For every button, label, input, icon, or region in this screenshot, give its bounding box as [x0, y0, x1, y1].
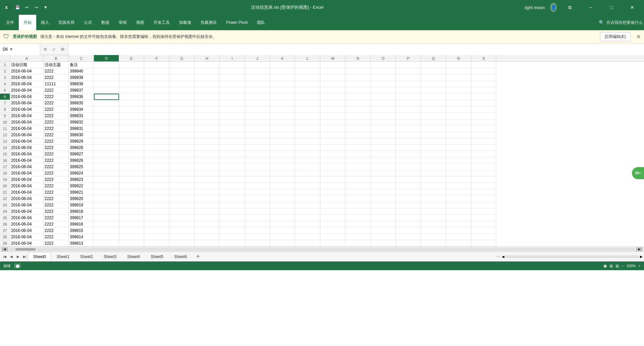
cell-empty[interactable]	[144, 81, 169, 87]
cell-empty[interactable]	[144, 87, 169, 94]
cell-empty[interactable]	[421, 196, 446, 202]
cell-empty[interactable]	[270, 132, 295, 138]
cell-empty[interactable]	[345, 221, 371, 228]
cell-empty[interactable]	[396, 126, 421, 132]
cell-empty[interactable]	[471, 100, 496, 106]
cell-empty[interactable]	[396, 62, 421, 68]
cell-empty[interactable]	[396, 170, 421, 177]
cell-empty[interactable]	[195, 177, 220, 183]
cell-empty[interactable]	[345, 62, 371, 68]
cell-b22[interactable]: 2222	[44, 196, 69, 202]
cell-b24[interactable]: 2222	[44, 208, 69, 215]
cell-d25[interactable]	[94, 215, 119, 221]
cell-empty[interactable]	[195, 240, 220, 247]
row-number-cell[interactable]: 14	[0, 145, 10, 151]
cell-empty[interactable]	[320, 62, 345, 68]
cell-empty[interactable]	[195, 87, 220, 94]
cell-empty[interactable]	[220, 234, 245, 240]
row-number-cell[interactable]: 5	[0, 87, 10, 94]
row-number-cell[interactable]: 26	[0, 221, 10, 228]
cell-c19[interactable]: 399823	[69, 177, 94, 183]
cell-empty[interactable]	[169, 221, 195, 228]
cell-d7[interactable]	[94, 100, 119, 106]
col-header-g[interactable]: G	[169, 55, 195, 61]
cell-empty[interactable]	[270, 68, 295, 75]
scroll-right-btn[interactable]: ▶	[636, 247, 643, 251]
cell-empty[interactable]	[446, 170, 471, 177]
cell-empty[interactable]	[119, 202, 144, 208]
cell-empty[interactable]	[245, 215, 270, 221]
cell-empty[interactable]	[295, 138, 320, 145]
cell-empty[interactable]	[396, 240, 421, 247]
cell-empty[interactable]	[446, 100, 471, 106]
cell-empty[interactable]	[345, 151, 371, 157]
cell-empty[interactable]	[446, 177, 471, 183]
cell-empty[interactable]	[345, 164, 371, 170]
save-quick-btn[interactable]: 💾	[13, 3, 21, 11]
cell-empty[interactable]	[396, 145, 421, 151]
cell-empty[interactable]	[195, 62, 220, 68]
cell-empty[interactable]	[195, 221, 220, 228]
cell-a27[interactable]: 2016-06-04	[10, 228, 44, 234]
cell-empty[interactable]	[169, 126, 195, 132]
cell-empty[interactable]	[169, 113, 195, 119]
account-icon[interactable]: 👤	[550, 4, 557, 11]
cell-empty[interactable]	[345, 170, 371, 177]
cell-b5[interactable]: 2222	[44, 87, 69, 94]
cell-empty[interactable]	[195, 196, 220, 202]
cell-empty[interactable]	[345, 119, 371, 126]
cell-b2[interactable]: 2222	[44, 68, 69, 75]
cell-a23[interactable]: 2016-06-04	[10, 202, 44, 208]
cell-c8[interactable]: 399834	[69, 106, 94, 113]
cell-empty[interactable]	[119, 228, 144, 234]
cell-empty[interactable]	[295, 240, 320, 247]
cell-empty[interactable]	[195, 170, 220, 177]
tab-data[interactable]: 数据	[97, 15, 114, 30]
scroll-left-btn[interactable]: ◀	[1, 247, 8, 251]
cell-empty[interactable]	[396, 119, 421, 126]
cell-c29[interactable]: 399813	[69, 240, 94, 247]
cell-d20[interactable]	[94, 183, 119, 189]
cell-empty[interactable]	[245, 151, 270, 157]
cell-empty[interactable]	[220, 240, 245, 247]
cell-empty[interactable]	[119, 100, 144, 106]
cell-a21[interactable]: 2016-06-04	[10, 189, 44, 196]
cell-empty[interactable]	[345, 75, 371, 81]
cell-empty[interactable]	[245, 81, 270, 87]
cell-empty[interactable]	[421, 177, 446, 183]
cell-empty[interactable]	[345, 132, 371, 138]
cell-empty[interactable]	[421, 75, 446, 81]
cell-empty[interactable]	[220, 221, 245, 228]
cell-empty[interactable]	[144, 228, 169, 234]
cell-empty[interactable]	[320, 145, 345, 151]
scroll-thumb[interactable]	[15, 248, 36, 251]
cell-empty[interactable]	[245, 157, 270, 164]
cell-b15[interactable]: 2222	[44, 151, 69, 157]
cell-b20[interactable]: 2222	[44, 183, 69, 189]
cell-empty[interactable]	[245, 202, 270, 208]
cell-empty[interactable]	[195, 164, 220, 170]
cell-empty[interactable]	[320, 151, 345, 157]
cell-d5[interactable]	[94, 87, 119, 94]
cell-empty[interactable]	[471, 228, 496, 234]
cell-b28[interactable]: 2222	[44, 234, 69, 240]
cell-empty[interactable]	[446, 157, 471, 164]
cell-empty[interactable]	[169, 240, 195, 247]
cell-empty[interactable]	[371, 151, 396, 157]
cell-empty[interactable]	[396, 113, 421, 119]
cell-empty[interactable]	[446, 208, 471, 215]
minimize-btn[interactable]: ─	[583, 0, 598, 15]
cell-empty[interactable]	[446, 202, 471, 208]
cell-a18[interactable]: 2016-06-04	[10, 170, 44, 177]
cell-empty[interactable]	[446, 113, 471, 119]
cell-c25[interactable]: 399817	[69, 215, 94, 221]
cell-empty[interactable]	[245, 100, 270, 106]
cell-c27[interactable]: 399815	[69, 228, 94, 234]
cell-empty[interactable]	[421, 132, 446, 138]
cell-c13[interactable]: 399829	[69, 138, 94, 145]
tab-view[interactable]: 视图	[131, 15, 149, 30]
cell-empty[interactable]	[245, 208, 270, 215]
tab-developer[interactable]: 开发工具	[149, 15, 174, 30]
cell-empty[interactable]	[144, 106, 169, 113]
cell-a20[interactable]: 2016-06-04	[10, 183, 44, 189]
